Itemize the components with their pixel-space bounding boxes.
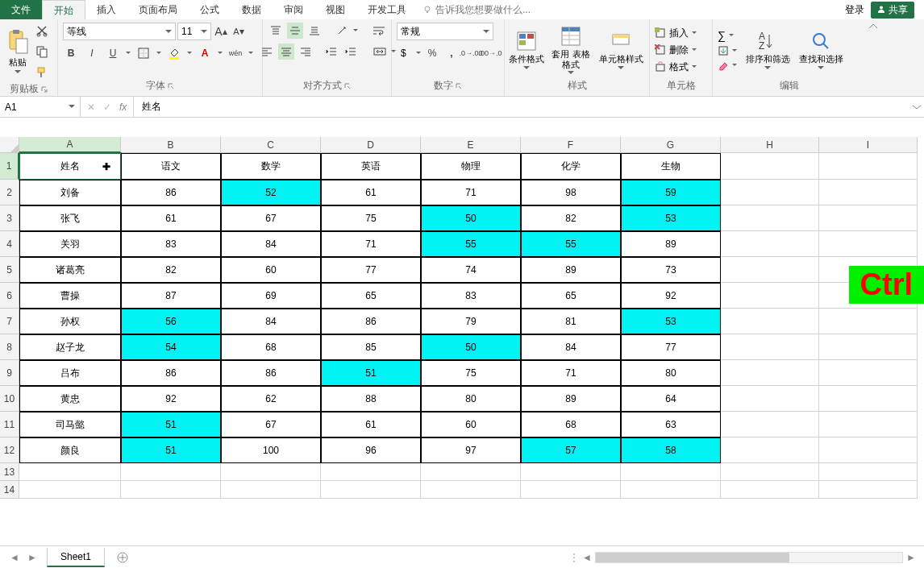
- cell[interactable]: 53: [621, 309, 721, 334]
- cell[interactable]: 姓名✚: [19, 153, 121, 180]
- cell[interactable]: 71: [321, 231, 421, 257]
- tab-insert[interactable]: 插入: [85, 0, 127, 19]
- insert-cells-button[interactable]: 插入: [655, 27, 697, 40]
- format-painter-button[interactable]: [34, 64, 50, 81]
- cell[interactable]: [721, 334, 819, 360]
- formula-input[interactable]: 姓名: [134, 97, 909, 117]
- cell[interactable]: [819, 481, 918, 499]
- tell-me-search[interactable]: 告诉我您想要做什么...: [418, 0, 535, 19]
- cell[interactable]: 黄忠: [19, 386, 121, 412]
- cell[interactable]: [819, 153, 918, 180]
- scrollbar-thumb[interactable]: [596, 553, 789, 562]
- cell[interactable]: 81: [521, 309, 621, 334]
- cell[interactable]: 51: [121, 412, 221, 437]
- cell[interactable]: 60: [421, 412, 521, 437]
- cell[interactable]: 96: [321, 437, 421, 463]
- clear-button[interactable]: [718, 60, 737, 71]
- row-header[interactable]: 4: [0, 231, 19, 257]
- underline-button[interactable]: U: [105, 45, 121, 61]
- decrease-font-size-button[interactable]: A▾: [231, 23, 247, 39]
- cell[interactable]: [621, 481, 721, 499]
- cell[interactable]: 89: [521, 257, 621, 283]
- sheet-nav-prev[interactable]: ◄: [8, 551, 21, 564]
- expand-formula-bar-icon[interactable]: [913, 104, 921, 110]
- dialog-launcher-icon[interactable]: [40, 85, 48, 93]
- cell[interactable]: 86: [221, 360, 321, 386]
- cell[interactable]: 92: [121, 386, 221, 412]
- cell[interactable]: [721, 412, 819, 437]
- cell[interactable]: [819, 180, 918, 205]
- fx-icon[interactable]: fx: [119, 102, 127, 113]
- comma-format-button[interactable]: ,: [443, 45, 460, 61]
- cell[interactable]: [221, 463, 321, 481]
- cell[interactable]: [321, 463, 421, 481]
- cell[interactable]: 68: [521, 412, 621, 437]
- cell[interactable]: 68: [221, 334, 321, 360]
- chevron-down-icon[interactable]: [156, 52, 161, 55]
- cell[interactable]: 吕布: [19, 360, 121, 386]
- cut-button[interactable]: [34, 23, 50, 39]
- row-header[interactable]: 7: [0, 309, 19, 334]
- increase-decimal-button[interactable]: .0→.00: [463, 45, 479, 61]
- cell[interactable]: [721, 180, 819, 205]
- align-left-button[interactable]: [259, 44, 275, 60]
- cell[interactable]: 数学: [221, 153, 321, 180]
- row-header[interactable]: 1: [0, 153, 19, 180]
- chevron-down-icon[interactable]: [248, 52, 253, 55]
- cell[interactable]: 司马懿: [19, 412, 121, 437]
- row-header[interactable]: 14: [0, 481, 19, 499]
- align-right-button[interactable]: [298, 44, 314, 60]
- cell[interactable]: [819, 334, 918, 360]
- font-name-select[interactable]: 等线: [63, 23, 176, 40]
- cell[interactable]: 物理: [421, 153, 521, 180]
- dialog-launcher-icon[interactable]: [167, 82, 175, 90]
- cell[interactable]: [819, 386, 918, 412]
- cell[interactable]: 50: [421, 205, 521, 231]
- cell[interactable]: 赵子龙: [19, 334, 121, 360]
- cell[interactable]: 语文: [121, 153, 221, 180]
- cell[interactable]: [819, 360, 918, 386]
- cell[interactable]: 64: [621, 386, 721, 412]
- dialog-launcher-icon[interactable]: [455, 82, 463, 90]
- cell[interactable]: 55: [421, 231, 521, 257]
- login-link[interactable]: 登录: [845, 3, 864, 17]
- fill-color-button[interactable]: [166, 45, 182, 61]
- cell[interactable]: [421, 481, 521, 499]
- name-box[interactable]: A1: [0, 97, 81, 117]
- cell[interactable]: 82: [521, 205, 621, 231]
- fill-button[interactable]: [718, 45, 737, 56]
- conditional-format-button[interactable]: 条件格式: [510, 30, 543, 69]
- cell[interactable]: 80: [621, 360, 721, 386]
- cell[interactable]: 100: [221, 437, 321, 463]
- cell[interactable]: [721, 205, 819, 231]
- cell[interactable]: 82: [121, 257, 221, 283]
- cell[interactable]: 75: [421, 360, 521, 386]
- cell[interactable]: [721, 309, 819, 334]
- cell[interactable]: 58: [621, 437, 721, 463]
- decrease-indent-button[interactable]: [323, 44, 339, 60]
- cell[interactable]: 59: [621, 180, 721, 205]
- dialog-launcher-icon[interactable]: [343, 82, 352, 90]
- cell[interactable]: 63: [621, 412, 721, 437]
- cell[interactable]: 98: [521, 180, 621, 205]
- cell[interactable]: 55: [521, 231, 621, 257]
- horizontal-scrollbar[interactable]: ⋮ ◄ ►: [569, 551, 924, 564]
- align-top-button[interactable]: [268, 23, 284, 39]
- cell[interactable]: [121, 481, 221, 499]
- cell[interactable]: 孙权: [19, 309, 121, 334]
- accounting-format-button[interactable]: $: [397, 45, 413, 61]
- add-sheet-button[interactable]: [114, 549, 131, 566]
- select-all-button[interactable]: [0, 137, 19, 153]
- percent-format-button[interactable]: %: [424, 45, 440, 61]
- row-header[interactable]: 9: [0, 360, 19, 386]
- delete-cells-button[interactable]: 删除: [655, 44, 697, 57]
- cell[interactable]: [721, 463, 819, 481]
- row-header[interactable]: 6: [0, 283, 19, 309]
- table-format-button[interactable]: 套用 表格格式: [550, 25, 592, 74]
- row-header[interactable]: 12: [0, 437, 19, 463]
- column-header[interactable]: H: [721, 137, 819, 153]
- tab-developer[interactable]: 开发工具: [356, 0, 418, 19]
- cell[interactable]: 62: [221, 386, 321, 412]
- cell[interactable]: [721, 257, 819, 283]
- autosum-button[interactable]: ∑: [718, 29, 734, 42]
